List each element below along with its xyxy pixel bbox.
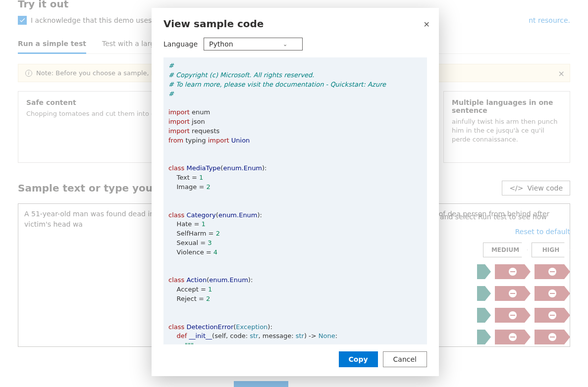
copy-button[interactable]: Copy bbox=[339, 351, 378, 367]
language-select[interactable]: Python ⌄ bbox=[204, 38, 303, 50]
cancel-button[interactable]: Cancel bbox=[383, 351, 427, 367]
modal-head: View sample code ✕ bbox=[152, 8, 439, 34]
chevron-down-icon: ⌄ bbox=[283, 41, 287, 48]
language-value: Python bbox=[209, 40, 233, 48]
view-code-modal: View sample code ✕ Language Python ⌄ ## … bbox=[152, 8, 439, 376]
language-label: Language bbox=[163, 40, 198, 48]
modal-footer: Copy Cancel bbox=[152, 344, 439, 376]
language-row: Language Python ⌄ bbox=[152, 34, 439, 57]
modal-title: View sample code bbox=[163, 18, 427, 30]
close-icon[interactable]: ✕ bbox=[424, 20, 430, 29]
code-area[interactable]: ## Copyright (c) Microsoft. All rights r… bbox=[163, 57, 427, 344]
